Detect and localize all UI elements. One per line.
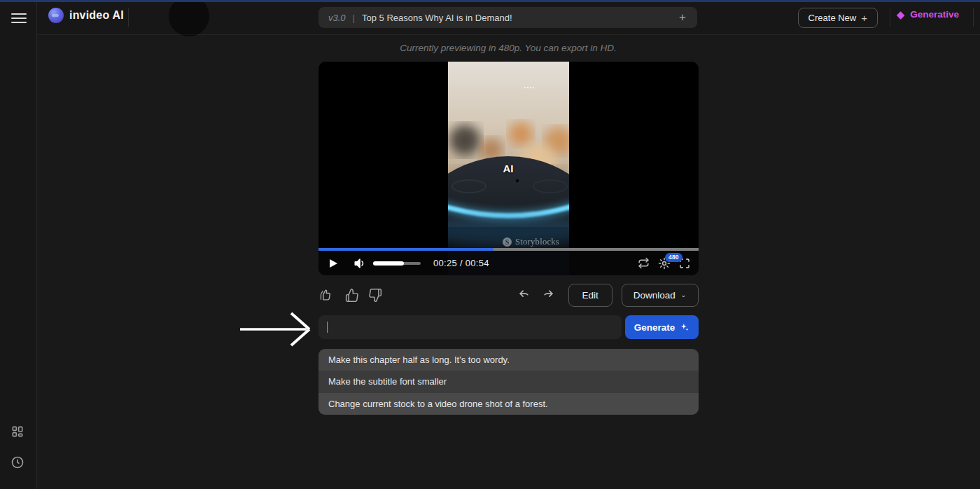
hamburger-menu-icon[interactable] bbox=[11, 11, 27, 25]
diamond-icon: ◆ bbox=[897, 9, 905, 20]
create-new-label: Create New bbox=[808, 13, 857, 23]
chevron-down-icon: ⌄ bbox=[680, 291, 687, 298]
volume-fill bbox=[373, 261, 404, 266]
annotation-arrow bbox=[238, 311, 314, 347]
prompt-input[interactable] bbox=[318, 315, 622, 339]
generative-mode-toggle[interactable]: ◆ Generative bbox=[897, 9, 959, 20]
time-display: 00:25 / 00:54 bbox=[433, 258, 489, 268]
text-caret bbox=[327, 322, 328, 333]
title-separator: | bbox=[353, 13, 355, 23]
apps-grid-icon[interactable] bbox=[10, 425, 26, 440]
play-button[interactable] bbox=[328, 259, 338, 268]
top-accent-strip bbox=[0, 0, 980, 2]
invideo-blob-icon bbox=[48, 8, 64, 23]
quality-settings-button[interactable]: 480 bbox=[658, 257, 671, 270]
project-title: Top 5 Reasons Why AI is in Demand! bbox=[362, 13, 512, 23]
prompt-row: Generate bbox=[318, 315, 699, 339]
sparkle-icon bbox=[680, 322, 690, 332]
undo-icon[interactable] bbox=[518, 289, 531, 302]
generate-button[interactable]: Generate bbox=[625, 315, 699, 339]
plus-icon: + bbox=[861, 12, 867, 24]
player-controls-bar: 00:25 / 00:54 480 bbox=[318, 251, 699, 275]
create-new-button[interactable]: Create New + bbox=[798, 8, 878, 28]
app-logo[interactable]: invideo AI bbox=[48, 8, 124, 23]
edit-button[interactable]: Edit bbox=[568, 284, 612, 307]
quality-badge: 480 bbox=[665, 253, 682, 262]
video-player[interactable]: AI S Storyblocks 00:25 / 00:54 bbox=[318, 62, 699, 275]
suggestion-item[interactable]: Make this chapter half as long. It's too… bbox=[318, 349, 699, 371]
storyblocks-watermark: S Storyblocks bbox=[503, 237, 559, 247]
thumbs-down-icon[interactable] bbox=[368, 288, 383, 303]
invideo-app-window: invideo AI v3.0 | Top 5 Reasons Why AI i… bbox=[0, 0, 980, 489]
double-thumbs-up-icon[interactable] bbox=[318, 287, 335, 303]
suggestion-list: Make this chapter half as long. It's too… bbox=[318, 349, 699, 415]
volume-slider[interactable] bbox=[373, 262, 421, 265]
prompt-input-box[interactable] bbox=[318, 315, 622, 339]
sidebar bbox=[0, 0, 37, 489]
header-divider bbox=[973, 8, 974, 27]
suggestion-item[interactable]: Make the subtitle font smaller bbox=[318, 371, 699, 392]
video-caption-text: AI bbox=[503, 163, 514, 174]
version-label: v3.0 bbox=[328, 13, 346, 23]
storyblocks-logo-icon: S bbox=[503, 237, 512, 247]
clock-icon[interactable] bbox=[10, 455, 26, 471]
feedback-icons bbox=[318, 287, 383, 303]
download-button[interactable]: Download ⌄ bbox=[622, 284, 699, 307]
new-tab-plus-icon[interactable]: + bbox=[678, 11, 687, 25]
header-divider bbox=[128, 8, 129, 27]
thumbs-up-icon[interactable] bbox=[344, 288, 359, 303]
actions-row: Edit Download ⌄ bbox=[318, 283, 699, 307]
cursor-spotlight bbox=[169, 0, 209, 36]
header-divider bbox=[890, 8, 890, 27]
redo-icon[interactable] bbox=[541, 289, 554, 302]
history-controls bbox=[518, 289, 554, 302]
download-button-label: Download bbox=[634, 290, 676, 301]
app-logo-text: invideo AI bbox=[69, 9, 124, 22]
generate-button-label: Generate bbox=[634, 322, 676, 333]
volume-icon[interactable] bbox=[354, 258, 366, 269]
header-bar: invideo AI v3.0 | Top 5 Reasons Why AI i… bbox=[37, 0, 980, 35]
edit-button-label: Edit bbox=[582, 290, 598, 301]
generative-label: Generative bbox=[910, 9, 959, 20]
project-title-tab[interactable]: v3.0 | Top 5 Reasons Why AI is in Demand… bbox=[318, 7, 697, 28]
repeat-icon[interactable] bbox=[638, 257, 650, 269]
storyblocks-watermark-text: Storyblocks bbox=[515, 237, 559, 247]
preview-quality-note: Currently previewing in 480p. You can ex… bbox=[317, 43, 699, 53]
suggestion-item[interactable]: Change current stock to a video drone sh… bbox=[318, 393, 699, 415]
